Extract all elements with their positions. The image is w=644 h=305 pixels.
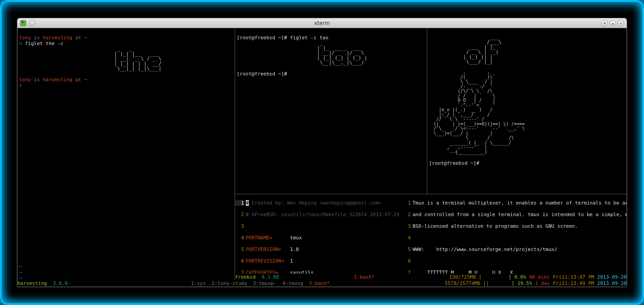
line-number: 1 [235,200,244,206]
tmux-window-active[interactable]: 1:bash* [354,274,375,280]
window-title: xterm [314,20,330,26]
line-number: 3 [235,223,244,229]
minimize-button[interactable]: ▾ [602,20,608,26]
vim-tilde: ~ [19,264,22,270]
prompt-user: tony [19,77,31,83]
prompt-sep: is [31,35,43,41]
prompt-sep: is [31,77,43,83]
tmux-time: Fri11:13:49 PM [553,280,597,286]
tmux-window-active[interactable]: 5:bash* [309,280,330,286]
prompt-user: tony [19,35,31,41]
app-icon [20,20,26,26]
maximize-button[interactable]: ▴ [610,20,616,26]
editor-val: 1 [284,258,293,264]
tmux-time: Fri11:13:47 PM [553,274,597,280]
cursor: # [246,200,249,206]
vim-tilde: ~ [19,276,22,280]
editor-key: PORTVERSION= [246,247,281,252]
vim-split[interactable]: 1# Created by: Wen Heping <wenheping@gma… [235,194,627,274]
beastie-ascii: , , /( )\` \ \___ / | /- _ `-/ ' (/\/ \ … [429,70,625,155]
tmux-host: freebsd [235,274,256,280]
tmux-version: 9.1-RE [256,274,279,280]
tmux-pane-right[interactable]: ___ /___\ ___ | |_ / _ \ | _| | (_) || |… [427,28,627,194]
editor-line: and controlled from a single terminal. t… [413,212,627,217]
prompt-action: harvesting [43,77,72,83]
tmux-cpu: ] 19.5% [512,280,532,286]
prompt-action: harvesting [43,35,72,41]
editor-line: BSD-licensed alternative to programs suc… [413,223,578,229]
editor-line: WWW: http://www.sourceforge.net/projects… [413,247,557,252]
line-number: 4 [402,235,411,241]
line-number: 5 [235,247,244,252]
terminal-body[interactable]: tony is harvesting at ~ > figlet the -c … [17,28,627,287]
editor-val: sysutils [278,270,314,274]
figlet-of: ___ /___\ ___ | |_ / _ \ | _| | (_) || |… [429,35,625,64]
vim-tilde: ~ [19,270,22,276]
prompt-loc: at ~ [72,77,87,83]
titlebar[interactable]: ○ xterm ▾ ▴ × [17,18,627,28]
line-number: 6 [235,258,244,264]
editor-line: Tmux is a terminal multiplexer, it enabl… [413,200,627,206]
prompt-prefix: > [19,83,25,88]
editor-val: tmux [272,235,302,241]
xterm-window: ○ xterm ▾ ▴ × tony is harvesting at ~ > … [17,18,627,287]
figlet-the: _ _ | |_| |__ ___ | __| '_ \ / _ \ | |_|… [19,46,233,71]
editor-key: CATEGORIES= [246,270,278,274]
editor-line: # $FreeBSD: sysutils/tmux/Makefile 32387… [246,212,402,217]
root-prompt: [root@freebsd ~]# [237,35,290,41]
tmux-inner-statusbar[interactable]: freebsd 9.1-RE 1:bash* 130/725MB [ ] 0.0… [235,274,627,280]
line-number: 4 [235,235,244,241]
tmux-pane-middle[interactable]: [root@freebsd ~]# figlet -c tao _ | |_ _… [235,28,427,194]
line-number: 1 [402,200,411,206]
editor-val: 1.8 [281,247,299,252]
tmux-date: 2013-09-20 [597,274,627,280]
editor-line: Created by: Wen Heping <wenheping@gmail.… [249,200,382,206]
tmux-right-stack: [root@freebsd ~]# figlet -c tao _ | |_ _… [235,28,627,280]
command-text: figlet the -c [25,41,63,46]
editor-line: TTTTTTT M M U U X X [413,270,513,274]
line-number: 2 [402,212,411,217]
prompt-prefix: > [19,41,25,46]
line-number: 6 [402,258,411,264]
line-number: 2 [235,212,244,217]
root-prompt: [root@freebsd ~]# [237,71,290,77]
line-number: 7 [235,270,244,274]
editor-key: PORTNAME= [246,235,272,241]
tmux-cpu: ] 0.0% [508,274,526,280]
tmux-memory: 130/725MB [ [449,274,482,280]
vim-right-pane[interactable]: 1Tmux is a terminal multiplexer, it enab… [402,194,627,274]
editor-key: PORTREVISION= [246,258,284,264]
vim-left-pane[interactable]: 1# Created by: Wen Heping <wenheping@gma… [235,194,402,274]
tmux-version: 3.8.0- [47,280,70,286]
tmux-windows[interactable]: 1:sys 2:tony-study 3:tmuxp- 4:tmuxg [191,280,309,286]
tmux-outer-statusbar[interactable]: harvesting 3.8.0- 1:sys 2:tony-study 3:t… [17,280,627,287]
line-number: 3 [402,223,411,229]
close-button[interactable]: × [618,20,624,26]
figlet-tao: _ | |_ __ _ ___ | __|/ _` |/ _ \ | |_| (… [237,41,425,65]
line-number: 7 [402,270,411,274]
tmux-memory: 5578/15774MB [| [445,280,489,286]
root-prompt: [root@freebsd ~]# [429,160,482,166]
tmux-uptime: 48 mins [526,274,553,280]
line-number: 5 [402,247,411,252]
prompt-loc: at ~ [72,35,87,41]
tmux-session: harvesting [17,280,47,286]
tmux-date: 2013-09-20 [597,280,627,286]
tmux-uptime: 1 day [532,280,553,286]
tmux-pane-left[interactable]: tony is harvesting at ~ > figlet the -c … [17,28,235,280]
window-menu-button[interactable]: ○ [29,20,35,26]
